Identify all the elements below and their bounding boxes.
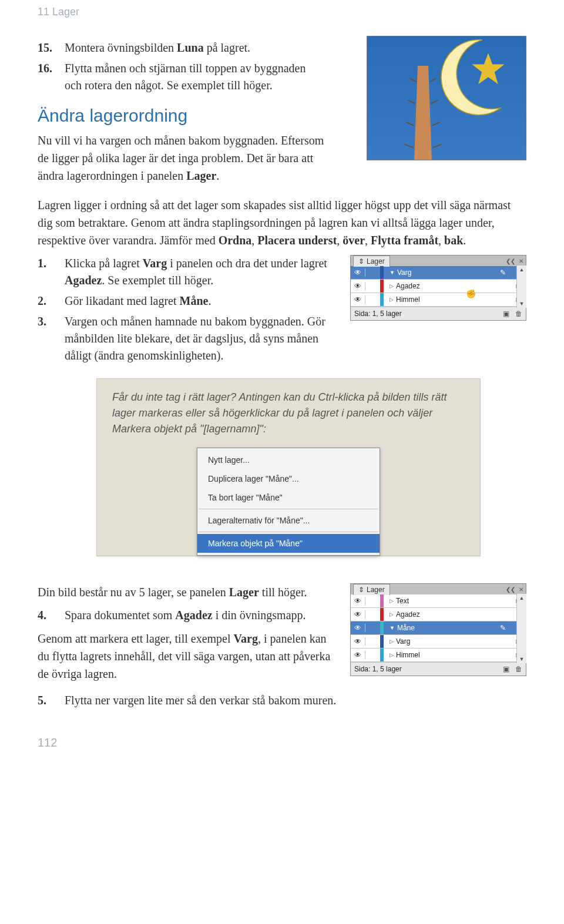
svg-marker-1 <box>414 66 432 160</box>
layer-color-swatch <box>380 635 384 648</box>
context-menu-item[interactable]: Duplicera lager "Måne"... <box>197 469 380 488</box>
scroll-down-icon[interactable]: ▼ <box>517 300 526 308</box>
layer-name-label: Varg <box>397 268 495 277</box>
scroll-up-icon[interactable]: ▲ <box>517 266 526 274</box>
layer-row[interactable]: 👁▷Varg□ <box>351 635 526 649</box>
layer-name-label: Varg <box>396 637 495 646</box>
visibility-icon[interactable]: 👁 <box>351 597 365 605</box>
context-menu-item[interactable]: Ta bort lager "Måne" <box>197 488 380 507</box>
layer-color-swatch <box>380 280 384 293</box>
layer-row[interactable]: 👁▷Agadez□ <box>351 280 526 293</box>
scroll-up-icon[interactable]: ▲ <box>517 594 526 602</box>
after-paragraph-2: Genom att markera ett lager, till exempe… <box>38 630 343 683</box>
svg-line-5 <box>431 100 438 104</box>
collapse-icon[interactable]: ❮❮ <box>506 258 515 264</box>
context-menu-item[interactable]: Lageralternativ för "Måne"... <box>197 511 380 530</box>
step-text: Gör likadant med lagret Måne. <box>65 293 338 310</box>
svg-line-8 <box>405 145 414 148</box>
layer-name-label: Text <box>396 597 495 605</box>
layer-name-label: Agadez <box>396 282 495 290</box>
panel-titlebar[interactable]: ⇕Lager ❮❮✕ <box>351 584 526 594</box>
layer-color-swatch <box>380 621 384 634</box>
svg-line-3 <box>430 78 437 82</box>
layer-color-swatch <box>380 594 384 607</box>
visibility-icon[interactable]: 👁 <box>351 282 365 290</box>
page-header: 11 Lager <box>38 0 526 36</box>
disclosure-icon[interactable]: ▷ <box>390 598 394 604</box>
svg-marker-0 <box>472 53 504 84</box>
visibility-icon[interactable]: 👁 <box>351 624 365 632</box>
layer-color-swatch <box>380 608 384 621</box>
trash-icon[interactable]: 🗑 <box>515 310 522 318</box>
visibility-icon[interactable]: 👁 <box>351 268 365 277</box>
layer-row[interactable]: 👁▷Agadez■ <box>351 608 526 621</box>
disclosure-icon[interactable]: ▼ <box>390 270 395 275</box>
layers-panel-3[interactable]: ⇕Lager ❮❮✕ 👁▼Varg✎■👁▷Agadez□👁▷Himmel□ Si… <box>350 255 526 321</box>
svg-line-6 <box>407 122 415 126</box>
visibility-icon[interactable]: 👁 <box>351 295 365 304</box>
menu-separator <box>199 509 378 509</box>
updown-icon: ⇕ <box>358 257 364 266</box>
disclosure-icon[interactable]: ▷ <box>390 639 394 644</box>
updown-icon: ⇕ <box>358 586 364 594</box>
panel-status: Sida: 1, 5 lager ▣ 🗑 <box>351 662 526 676</box>
disclosure-icon[interactable]: ▷ <box>390 652 394 658</box>
disclosure-icon[interactable]: ▷ <box>390 611 394 617</box>
layer-pen-icon: ✎ <box>495 268 511 277</box>
new-layer-icon[interactable]: ▣ <box>503 310 509 318</box>
star-icon <box>471 52 506 87</box>
step-number: 2. <box>38 293 65 310</box>
layer-name-label: Himmel <box>396 651 495 659</box>
disclosure-icon[interactable]: ▷ <box>390 297 394 303</box>
step-number: 4. <box>38 607 65 624</box>
step-number: 1. <box>38 255 65 272</box>
step-text: Flytta månen och stjärnan till toppen av… <box>65 60 317 94</box>
layer-row[interactable]: 👁▼Varg✎■ <box>351 266 526 280</box>
svg-line-2 <box>410 78 417 82</box>
visibility-icon[interactable]: 👁 <box>351 637 365 646</box>
step-text: Vargen och månen hamnade nu bakom byggna… <box>65 313 338 364</box>
cursor-hand-icon: ✊ <box>466 289 476 299</box>
layer-color-swatch <box>380 649 384 661</box>
svg-line-4 <box>408 100 415 104</box>
close-icon[interactable]: ✕ <box>519 586 523 593</box>
trash-icon[interactable]: 🗑 <box>515 665 522 673</box>
step-list-last: 5. Flytta ner vargen lite mer så den ver… <box>38 692 526 709</box>
tip-box: Får du inte tag i rätt lager? Antingen k… <box>96 378 481 556</box>
disclosure-icon[interactable]: ▷ <box>390 283 394 289</box>
panel-titlebar[interactable]: ⇕Lager ❮❮✕ <box>351 256 526 266</box>
disclosure-icon[interactable]: ▼ <box>390 625 395 631</box>
panel-status: Sida: 1, 5 lager ▣ 🗑 <box>351 307 526 320</box>
context-menu-item[interactable]: Markera objekt på "Måne" <box>197 534 380 553</box>
layer-row[interactable]: 👁▷Himmel□ <box>351 293 526 307</box>
visibility-icon[interactable]: 👁 <box>351 651 365 659</box>
layers-panel-5[interactable]: ⇕Lager ❮❮✕ 👁▷Text□👁▷Agadez■👁▼Måne✎■👁▷Var… <box>350 583 526 676</box>
intro-paragraph-2: Lagren ligger i ordning så att det lager… <box>38 196 526 249</box>
layer-row[interactable]: 👁▷Text□ <box>351 594 526 608</box>
svg-line-7 <box>432 122 440 126</box>
menu-separator <box>199 532 378 532</box>
panel-tab[interactable]: ⇕Lager <box>353 256 390 267</box>
scroll-down-icon[interactable]: ▼ <box>517 655 526 663</box>
step-number: 5. <box>38 692 65 709</box>
step-number: 3. <box>38 313 65 330</box>
page-number: 112 <box>38 713 526 750</box>
collapse-icon[interactable]: ❮❮ <box>506 586 515 593</box>
layer-row[interactable]: 👁▼Måne✎■ <box>351 621 526 635</box>
layer-row[interactable]: 👁▷Himmel□ <box>351 649 526 662</box>
step-text: Flytta ner vargen lite mer så den verkar… <box>65 692 526 709</box>
layer-color-swatch <box>380 293 384 306</box>
new-layer-icon[interactable]: ▣ <box>503 665 509 673</box>
close-icon[interactable]: ✕ <box>519 258 523 264</box>
visibility-icon[interactable]: 👁 <box>351 610 365 619</box>
panel-scrollbar[interactable]: ▲ ▼ <box>516 266 526 308</box>
tower-icon <box>391 55 455 160</box>
context-menu-item[interactable]: Nytt lager... <box>197 451 380 469</box>
panel-scrollbar[interactable]: ▲ ▼ <box>516 594 526 663</box>
context-menu[interactable]: Nytt lager...Duplicera lager "Måne"...Ta… <box>197 448 380 556</box>
step-text: Klicka på lagret Varg i panelen och dra … <box>65 255 338 289</box>
intro-paragraph-1: Nu vill vi ha vargen och månen bakom byg… <box>38 132 337 184</box>
layer-pen-icon: ✎ <box>495 624 511 632</box>
panel-tab[interactable]: ⇕Lager <box>353 584 390 595</box>
tip-text: Får du inte tag i rätt lager? Antingen k… <box>112 389 465 437</box>
